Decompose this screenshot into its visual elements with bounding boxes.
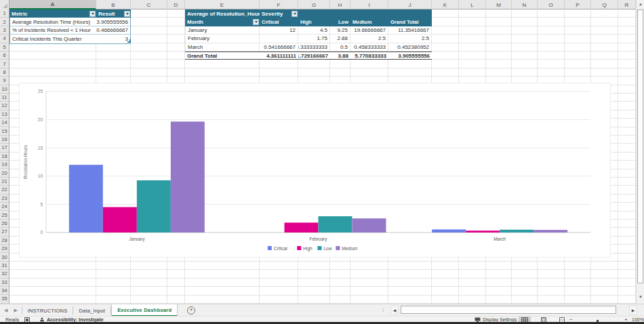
legend-label-high[interactable]: High bbox=[303, 246, 313, 251]
row-header-26[interactable]: 26 bbox=[0, 220, 9, 228]
row-header-33[interactable]: 33 bbox=[0, 279, 9, 287]
legend-swatch-high[interactable] bbox=[297, 246, 301, 250]
column-header-I[interactable]: I bbox=[350, 0, 388, 9]
pivot-column-header[interactable]: Low bbox=[330, 18, 350, 26]
pivot-column-header[interactable]: High bbox=[298, 18, 330, 26]
horizontal-scrollbar[interactable] bbox=[400, 306, 628, 315]
column-header-O[interactable]: O bbox=[538, 0, 565, 9]
metric-name-cell[interactable]: Average Resolution Time (Hours) bbox=[10, 18, 96, 26]
pivot-value-cell[interactable]: 0.452380952 bbox=[388, 43, 432, 52]
metrics-header-result[interactable]: Result bbox=[96, 9, 131, 18]
bar-medium-february[interactable] bbox=[353, 218, 386, 232]
pivot-column-header[interactable]: Medium bbox=[350, 18, 388, 26]
bar-critical-january[interactable] bbox=[69, 165, 103, 232]
row-header-21[interactable]: 21 bbox=[0, 178, 9, 186]
scroll-left-icon[interactable]: ◀ bbox=[390, 306, 399, 315]
row-header-22[interactable]: 22 bbox=[0, 186, 9, 194]
pivot-grand-total-label[interactable]: Grand Total bbox=[185, 52, 260, 60]
column-header-F[interactable]: F bbox=[260, 0, 298, 9]
column-header-G[interactable]: G bbox=[298, 0, 330, 9]
pivot-grand-total-value[interactable]: 3.88 bbox=[330, 52, 350, 60]
pivot-value-cell[interactable]: 0.333333333 bbox=[298, 43, 330, 52]
select-all-corner[interactable] bbox=[0, 0, 9, 9]
legend-swatch-critical[interactable] bbox=[268, 246, 272, 250]
table-resize-handle[interactable] bbox=[127, 39, 131, 43]
pivot-value-cell[interactable]: 12 bbox=[260, 26, 298, 35]
row-header-7[interactable]: 7 bbox=[0, 60, 9, 68]
legend-label-critical[interactable]: Critical bbox=[274, 246, 287, 251]
row-header-12[interactable]: 12 bbox=[0, 102, 9, 110]
pivot-value-cell[interactable] bbox=[260, 35, 298, 43]
scroll-down-icon[interactable]: ▼ bbox=[637, 293, 644, 301]
column-header-K[interactable]: K bbox=[432, 0, 459, 9]
column-header-R[interactable]: R bbox=[618, 0, 636, 9]
column-header-E[interactable]: E bbox=[185, 0, 260, 9]
scroll-right-icon[interactable]: ▶ bbox=[629, 306, 637, 315]
metric-name-cell[interactable]: Critical Incidents This Quarter bbox=[10, 35, 96, 43]
next-sheet-icon[interactable]: ▶ bbox=[14, 308, 17, 313]
filter-dropdown-icon[interactable] bbox=[124, 11, 130, 17]
row-header-13[interactable]: 13 bbox=[0, 110, 9, 119]
pivot-value-cell[interactable]: 0.458333333 bbox=[350, 43, 388, 52]
pivot-filter-field-cell[interactable]: Severity bbox=[260, 9, 298, 18]
pivot-value-cell[interactable]: 19.66666667 bbox=[350, 26, 388, 35]
row-header-2[interactable]: 2 bbox=[0, 18, 9, 26]
pivot-value-cell[interactable]: 11.35416667 bbox=[388, 26, 432, 35]
sheet-tab-instructions[interactable]: INSTRUCTIONS bbox=[22, 304, 73, 317]
pivot-value-cell[interactable]: 2.88 bbox=[330, 35, 350, 43]
sheet-tab-data-input[interactable]: Data_Input bbox=[73, 304, 110, 317]
row-header-19[interactable]: 19 bbox=[0, 161, 9, 169]
filter-dropdown-icon[interactable] bbox=[291, 11, 298, 17]
pivot-row-field-cell[interactable]: Month bbox=[185, 18, 260, 26]
row-header-17[interactable]: 17 bbox=[0, 144, 9, 152]
bar-low-march[interactable] bbox=[500, 230, 534, 232]
pivot-grand-total-value[interactable]: 5.770833333 bbox=[350, 52, 388, 60]
pivot-grand-total-value[interactable]: 1.729166667 bbox=[298, 52, 330, 60]
pivot-grand-total-value[interactable]: 4.361111111 bbox=[260, 52, 298, 60]
row-header-8[interactable]: 8 bbox=[0, 68, 9, 77]
filter-dropdown-icon[interactable] bbox=[89, 11, 96, 17]
row-header-25[interactable]: 25 bbox=[0, 211, 9, 219]
filter-dropdown-icon[interactable] bbox=[253, 19, 259, 25]
scroll-up-icon[interactable]: ▲ bbox=[637, 0, 644, 8]
pivot-value-cell[interactable]: 4.5 bbox=[298, 26, 330, 35]
pivot-value-cell[interactable]: 0.541666667 bbox=[260, 43, 298, 52]
row-header-18[interactable]: 18 bbox=[0, 153, 9, 161]
pivot-value-cell[interactable]: 2.5 bbox=[388, 35, 432, 43]
row-header-10[interactable]: 10 bbox=[0, 85, 9, 94]
column-header-N[interactable]: N bbox=[512, 0, 538, 9]
row-header-9[interactable]: 9 bbox=[0, 77, 9, 85]
row-header-1[interactable]: 1 bbox=[0, 9, 9, 18]
bar-low-january[interactable] bbox=[137, 180, 171, 232]
metric-name-cell[interactable]: % of Incidents Resolved < 1 Hour bbox=[10, 26, 96, 35]
row-header-28[interactable]: 28 bbox=[0, 237, 9, 245]
bar-medium-march[interactable] bbox=[534, 230, 567, 232]
sheet-tab-executive-dashboard[interactable]: Executive Dashboard bbox=[111, 304, 178, 317]
bar-medium-january[interactable] bbox=[171, 121, 205, 232]
pivot-row-label[interactable]: March bbox=[185, 43, 260, 52]
pivot-row-label[interactable]: February bbox=[185, 35, 260, 43]
column-header-D[interactable]: D bbox=[167, 0, 185, 9]
bar-high-february[interactable] bbox=[285, 222, 319, 232]
scrollbar-splitter-icon[interactable]: ⁞ bbox=[382, 307, 383, 313]
pivot-column-header[interactable]: Critical bbox=[260, 18, 298, 26]
new-sheet-button[interactable]: + bbox=[187, 306, 195, 315]
metrics-header-metric[interactable]: Metric bbox=[9, 9, 96, 18]
row-header-4[interactable]: 4 bbox=[0, 35, 9, 43]
column-header-C[interactable]: C bbox=[131, 0, 167, 9]
row-header-23[interactable]: 23 bbox=[0, 195, 9, 203]
column-header-Q[interactable]: Q bbox=[591, 0, 618, 9]
row-header-16[interactable]: 16 bbox=[0, 136, 9, 144]
column-header-A[interactable]: A bbox=[9, 0, 96, 9]
legend-label-medium[interactable]: Medium bbox=[342, 246, 357, 251]
row-header-20[interactable]: 20 bbox=[0, 169, 9, 177]
column-header-P[interactable]: P bbox=[565, 0, 591, 9]
row-header-27[interactable]: 27 bbox=[0, 228, 9, 236]
pivot-value-cell[interactable]: 0.5 bbox=[330, 43, 350, 52]
row-header-35[interactable]: 35 bbox=[0, 295, 9, 303]
row-header-11[interactable]: 11 bbox=[0, 94, 9, 102]
bar-high-january[interactable] bbox=[103, 207, 137, 232]
row-header-5[interactable]: 5 bbox=[0, 43, 9, 52]
row-header-34[interactable]: 34 bbox=[0, 287, 9, 295]
prev-sheet-icon[interactable]: ◀ bbox=[4, 308, 7, 313]
